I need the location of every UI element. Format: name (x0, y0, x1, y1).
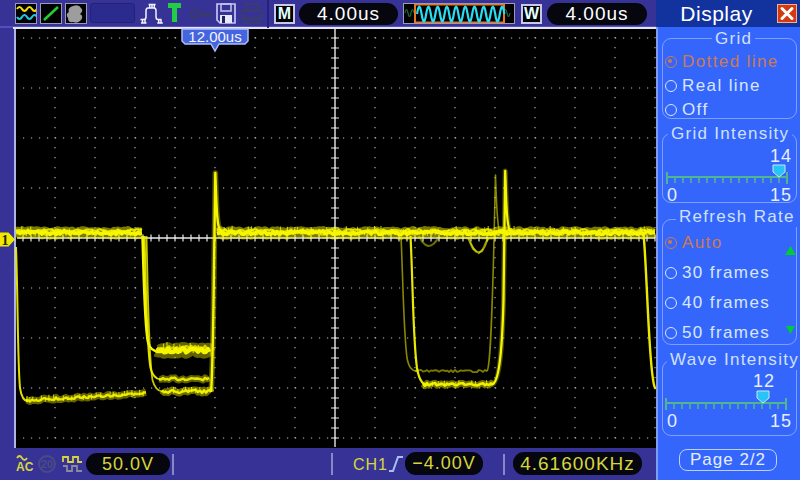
svg-text:12.00us: 12.00us (188, 28, 241, 45)
svg-text:AC: AC (16, 460, 34, 474)
svg-text:1: 1 (2, 233, 9, 248)
svg-text:20: 20 (41, 458, 53, 470)
